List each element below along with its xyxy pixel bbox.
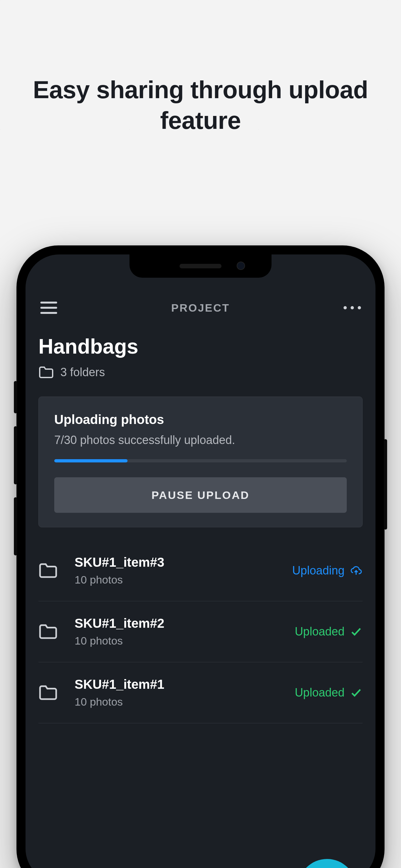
list-item[interactable]: SKU#1_item#1 10 photos Uploaded bbox=[38, 662, 363, 723]
upload-card: Uploading photos 7/30 photos successfull… bbox=[38, 397, 363, 527]
list-item-text: SKU#1_item#2 10 photos bbox=[63, 616, 295, 647]
folder-icon bbox=[38, 624, 63, 640]
item-status: Uploaded bbox=[295, 686, 363, 700]
list-item[interactable]: SKU#1_item#3 10 photos Uploading bbox=[38, 540, 363, 601]
phone-side-button bbox=[14, 381, 17, 413]
upload-progress bbox=[54, 459, 347, 462]
list-item-text: SKU#1_item#1 10 photos bbox=[63, 677, 295, 708]
marketing-heading: Easy sharing through upload feature bbox=[0, 74, 401, 135]
hamburger-icon bbox=[40, 307, 57, 309]
topbar: PROJECT bbox=[38, 293, 363, 322]
item-status: Uploading bbox=[292, 564, 363, 578]
item-name: SKU#1_item#3 bbox=[74, 555, 292, 569]
topbar-title: PROJECT bbox=[171, 302, 230, 314]
notch-camera bbox=[237, 261, 245, 270]
item-name: SKU#1_item#1 bbox=[74, 677, 295, 692]
phone-mockup: PROJECT Handbags 3 folders Uploading pho… bbox=[17, 245, 384, 868]
check-icon bbox=[350, 626, 363, 637]
menu-button[interactable] bbox=[38, 298, 59, 318]
list-item-text: SKU#1_item#3 10 photos bbox=[63, 555, 292, 586]
item-count: 10 photos bbox=[74, 634, 295, 647]
notch-speaker bbox=[180, 264, 221, 268]
project-meta: 3 folders bbox=[38, 366, 363, 379]
status-label: Uploading bbox=[292, 564, 344, 578]
item-count: 10 photos bbox=[74, 695, 295, 708]
folder-icon bbox=[38, 685, 63, 701]
cloud-upload-icon bbox=[350, 565, 363, 576]
status-label: Uploaded bbox=[295, 625, 344, 639]
folder-icon bbox=[38, 366, 54, 379]
phone-side-button bbox=[14, 497, 17, 555]
upload-status: 7/30 photos successfully uploaded. bbox=[54, 433, 347, 447]
upload-title: Uploading photos bbox=[54, 412, 347, 427]
check-icon bbox=[350, 687, 363, 698]
item-count: 10 photos bbox=[74, 574, 292, 586]
upload-progress-fill bbox=[54, 459, 127, 462]
app-root: PROJECT Handbags 3 folders Uploading pho… bbox=[26, 254, 375, 868]
folder-icon bbox=[38, 562, 63, 579]
fab-add-folder-button[interactable] bbox=[298, 859, 356, 868]
pause-upload-button[interactable]: PAUSE UPLOAD bbox=[54, 477, 347, 513]
project-title: Handbags bbox=[38, 335, 363, 359]
status-label: Uploaded bbox=[295, 686, 344, 700]
phone-side-button bbox=[384, 439, 387, 530]
phone-side-button bbox=[14, 426, 17, 485]
more-button[interactable] bbox=[342, 298, 363, 318]
phone-notch bbox=[129, 254, 272, 278]
folder-list: SKU#1_item#3 10 photos Uploading SKU#1_i… bbox=[38, 540, 363, 723]
item-name: SKU#1_item#2 bbox=[74, 616, 295, 631]
item-status: Uploaded bbox=[295, 625, 363, 639]
more-icon bbox=[343, 306, 361, 309]
list-item[interactable]: SKU#1_item#2 10 photos Uploaded bbox=[38, 601, 363, 662]
folders-count-label: 3 folders bbox=[60, 366, 105, 379]
phone-screen: PROJECT Handbags 3 folders Uploading pho… bbox=[26, 254, 375, 868]
